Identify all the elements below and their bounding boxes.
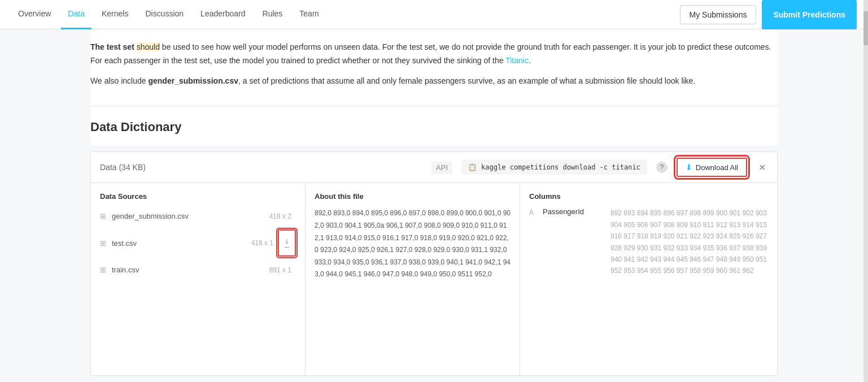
columns-heading: Columns — [529, 192, 768, 201]
file-grid-icon-train: ⊞ — [100, 266, 106, 274]
nav-team[interactable]: Team — [293, 0, 325, 29]
about-file-column: About this file 892,0 893,0 894,0 895,0 … — [306, 183, 520, 375]
nav-discussion[interactable]: Discussion — [138, 0, 190, 29]
my-submissions-button[interactable]: My Submissions — [680, 5, 757, 24]
col-type-alpha-icon: A — [529, 209, 537, 216]
kaggle-command-text: kaggle competitions download -c titanic — [481, 163, 640, 171]
test-set-bold: The test set — [90, 42, 134, 51]
file-size-train-csv: 891 x 1 — [269, 266, 291, 274]
data-sources-column: Data Sources ⊞ gender_submission.csv 418… — [91, 183, 306, 375]
nav-kernels[interactable]: Kernels — [95, 0, 135, 29]
api-label: API — [431, 161, 452, 174]
download-all-button[interactable]: ⬇ Download All — [677, 158, 747, 177]
file-grid-icon: ⊞ — [100, 212, 106, 220]
file-grid-icon-test: ⊞ — [100, 239, 106, 248]
nav-leaderboard[interactable]: Leaderboard — [194, 0, 252, 29]
nav-rules[interactable]: Rules — [256, 0, 290, 29]
description-para1: The test set should be used to see how w… — [90, 41, 778, 68]
columns-column: Columns A PassengerId 892 893 894 895 89… — [520, 183, 777, 375]
file-name-test-csv: test.csv — [112, 239, 251, 248]
submit-predictions-button[interactable]: Submit Predictions — [762, 0, 857, 29]
file-item-gender-submission[interactable]: ⊞ gender_submission.csv 418 x 2 — [91, 207, 305, 225]
column-entry-passengerid: A PassengerId 892 893 894 895 896 897 89… — [529, 207, 768, 276]
file-name-gender-submission: gender_submission.csv — [112, 212, 269, 220]
top-navigation: Overview Data Kernels Discussion Leaderb… — [0, 0, 868, 29]
file-item-test-csv[interactable]: ⊞ test.csv 418 x 1 ↓ — — [91, 225, 305, 261]
download-arrow-icon: ↓ — — [285, 236, 290, 250]
question-button[interactable]: ? — [656, 162, 668, 173]
description-section: The test set should be used to see how w… — [90, 29, 778, 106]
nav-right-actions: My Submissions Submit Predictions — [680, 0, 857, 29]
file-download-button-test[interactable]: ↓ — — [278, 229, 296, 257]
nav-data[interactable]: Data — [61, 0, 91, 29]
col-name-passengerid: PassengerId — [543, 207, 605, 216]
expand-button[interactable]: ✕ — [756, 160, 768, 175]
data-panel-title: Data (34 KB) — [100, 163, 146, 172]
file-size-gender-submission: 418 x 2 — [269, 212, 291, 220]
col-values-passengerid: 892 893 894 895 896 897 898 899 900 901 … — [610, 207, 768, 276]
gender-submission-filename: gender_submission.csv — [148, 76, 238, 85]
description-para2: We also include gender_submission.csv, a… — [90, 75, 778, 88]
file-item-train-csv[interactable]: ⊞ train.csv 891 x 1 — [91, 261, 305, 279]
scrollbar-thumb[interactable] — [863, 11, 868, 45]
data-dictionary-heading: Data Dictionary — [90, 120, 778, 134]
page-scrollbar[interactable] — [863, 0, 868, 376]
titanic-link[interactable]: Titanic — [505, 56, 529, 65]
kaggle-command: 📋 kaggle competitions download -c titani… — [461, 160, 647, 175]
data-panel-header: Data (34 KB) API 📋 kaggle competitions d… — [91, 152, 777, 183]
download-all-label: Download All — [696, 163, 738, 172]
data-sources-heading: Data Sources — [91, 192, 305, 207]
data-dictionary-section: Data Dictionary — [90, 106, 778, 146]
data-panel: Data (34 KB) API 📋 kaggle competitions d… — [90, 151, 778, 376]
copy-icon: 📋 — [468, 163, 477, 171]
should-highlight: should — [137, 42, 160, 51]
file-name-train-csv: train.csv — [112, 266, 269, 274]
file-size-test-csv: 418 x 1 — [251, 239, 273, 247]
download-icon: ⬇ — [686, 163, 692, 172]
about-file-heading: About this file — [315, 192, 511, 201]
nav-overview[interactable]: Overview — [11, 0, 58, 29]
data-panel-body: Data Sources ⊞ gender_submission.csv 418… — [91, 183, 777, 375]
nav-links: Overview Data Kernels Discussion Leaderb… — [11, 0, 680, 29]
file-data-content: 892,0 893,0 894,0 895,0 896,0 897,0 898,… — [315, 207, 511, 281]
